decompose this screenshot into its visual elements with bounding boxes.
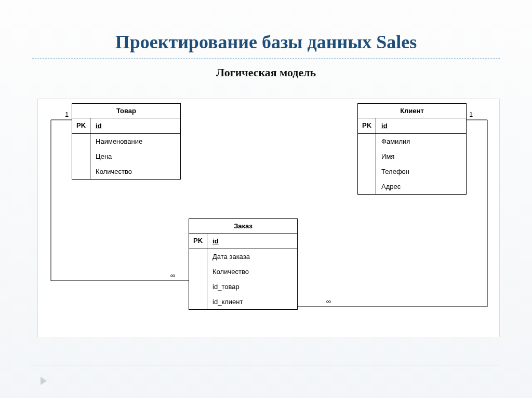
pk-label: PK	[72, 118, 90, 134]
entity-order-title: Заказ	[189, 219, 297, 234]
attr-cell: Телефон	[376, 164, 466, 179]
pk-field: id	[90, 118, 180, 134]
table-row: Фамилия	[358, 134, 466, 149]
table-row: PK id	[358, 118, 466, 134]
slide: Проектирование базы данных Sales Логичес…	[0, 0, 532, 398]
table-row: Дата заказа	[189, 249, 297, 265]
pk-label: PK	[189, 234, 207, 249]
cardinality-many-product: ∞	[170, 271, 175, 279]
entity-client: Клиент PK id Фамилия Имя Телефон Адрес	[357, 103, 467, 195]
entity-client-table: PK id Фамилия Имя Телефон Адрес	[358, 118, 466, 194]
table-row: PK id	[189, 234, 297, 249]
table-row: PK id	[72, 118, 180, 134]
attr-cell: Количество	[207, 264, 297, 279]
footer-divider	[31, 365, 499, 365]
attr-cell: id_товар	[207, 279, 297, 294]
page-title: Проектирование базы данных Sales	[0, 31, 532, 53]
cardinality-many-client: ∞	[326, 297, 331, 305]
pk-label: PK	[358, 118, 376, 134]
diagram-frame: 1 ∞ 1 ∞ Товар PK id Наименование Цена Ко…	[37, 99, 500, 337]
table-row: Количество	[189, 264, 297, 279]
table-row: id_товар	[189, 279, 297, 294]
pk-field: id	[207, 234, 297, 249]
cardinality-one-client: 1	[469, 111, 473, 118]
next-arrow-icon	[41, 377, 47, 385]
table-row: Имя	[358, 149, 466, 164]
subtitle: Логическая модель	[0, 66, 532, 79]
attr-cell: id_клиент	[207, 294, 297, 309]
attr-cell: Дата заказа	[207, 249, 297, 265]
table-row: Телефон	[358, 164, 466, 179]
cardinality-one-product: 1	[65, 111, 69, 118]
entity-order: Заказ PK id Дата заказа Количество id_то…	[189, 218, 298, 310]
table-row: id_клиент	[189, 294, 297, 309]
attr-cell: Цена	[90, 149, 180, 164]
entity-client-title: Клиент	[358, 104, 466, 118]
attr-cell: Наименование	[90, 134, 180, 149]
attr-cell: Количество	[90, 164, 180, 179]
entity-product-table: PK id Наименование Цена Количество	[72, 118, 180, 179]
pk-field: id	[376, 118, 466, 134]
attr-cell: Имя	[376, 149, 466, 164]
title-divider	[32, 58, 500, 59]
entity-order-table: PK id Дата заказа Количество id_товар id…	[189, 234, 297, 309]
table-row: Наименование	[72, 134, 180, 149]
table-row: Количество	[72, 164, 180, 179]
attr-cell: Фамилия	[376, 134, 466, 149]
entity-product-title: Товар	[72, 104, 180, 118]
table-row: Адрес	[358, 179, 466, 194]
entity-product: Товар PK id Наименование Цена Количество	[72, 103, 181, 180]
table-row: Цена	[72, 149, 180, 164]
attr-cell: Адрес	[376, 179, 466, 194]
